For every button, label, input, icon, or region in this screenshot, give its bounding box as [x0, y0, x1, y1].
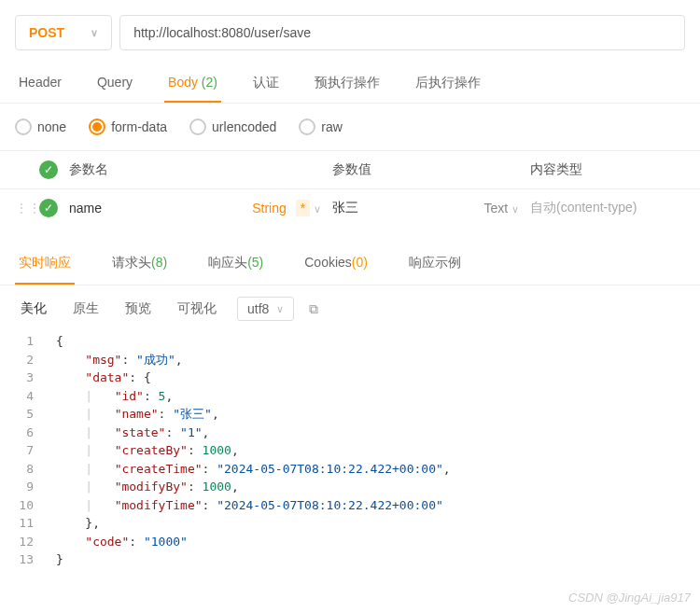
param-name[interactable]: name: [69, 201, 102, 216]
required-star: *: [296, 200, 310, 216]
radio-icon: [89, 118, 105, 135]
param-type[interactable]: String: [252, 201, 287, 216]
rtab-resp-headers[interactable]: 响应头(5): [204, 243, 267, 285]
value-type[interactable]: Text: [483, 201, 508, 216]
check-all-icon[interactable]: [39, 160, 58, 179]
chevron-down-icon[interactable]: ∨: [511, 203, 519, 215]
radio-raw[interactable]: raw: [299, 118, 343, 135]
json-viewer: 1{ 2 "msg": "成功", 3 "data": { 4 | "id": …: [0, 332, 700, 588]
tab-body[interactable]: Body (2): [164, 65, 221, 103]
raw-button[interactable]: 原生: [67, 297, 105, 321]
param-row[interactable]: ⋮⋮ name String * ∨ 张三 Text ∨ 自动(content-…: [0, 188, 700, 227]
rtab-req-headers[interactable]: 请求头(8): [108, 243, 171, 285]
radio-icon: [299, 118, 315, 135]
check-icon[interactable]: [39, 199, 58, 217]
param-value[interactable]: 张三: [332, 200, 358, 216]
tab-auth[interactable]: 认证: [249, 65, 283, 103]
rtab-realtime[interactable]: 实时响应: [15, 243, 75, 285]
params-header-row: 参数名 参数值 内容类型: [0, 150, 700, 188]
tab-query[interactable]: Query: [93, 65, 136, 103]
visualize-button[interactable]: 可视化: [172, 297, 222, 321]
radio-urlencoded[interactable]: urlencoded: [189, 118, 276, 135]
copy-icon[interactable]: ⧉: [309, 301, 318, 317]
tab-post[interactable]: 后执行操作: [412, 65, 484, 103]
chevron-down-icon: ∨: [91, 27, 98, 39]
radio-icon: [189, 118, 206, 135]
method-select[interactable]: POST ∨: [15, 15, 112, 50]
rtab-cookies[interactable]: Cookies(0): [301, 243, 371, 285]
content-type-field[interactable]: 自动(content-type): [530, 200, 685, 216]
radio-icon: [15, 118, 32, 135]
encoding-select[interactable]: utf8∨: [237, 297, 294, 321]
beautify-button[interactable]: 美化: [15, 297, 52, 321]
rtab-example[interactable]: 响应示例: [405, 243, 465, 285]
radio-none[interactable]: none: [15, 118, 66, 135]
tab-header[interactable]: Header: [15, 65, 65, 103]
drag-handle-icon[interactable]: ⋮⋮: [15, 201, 28, 216]
chevron-down-icon[interactable]: ∨: [314, 203, 321, 215]
tab-pre[interactable]: 预执行操作: [311, 65, 384, 103]
chevron-down-icon: ∨: [276, 303, 284, 315]
radio-form-data[interactable]: form-data: [89, 118, 167, 135]
preview-button[interactable]: 预览: [119, 297, 157, 321]
method-label: POST: [29, 25, 64, 40]
url-input[interactable]: http://localhost:8080/user/save: [119, 15, 685, 50]
